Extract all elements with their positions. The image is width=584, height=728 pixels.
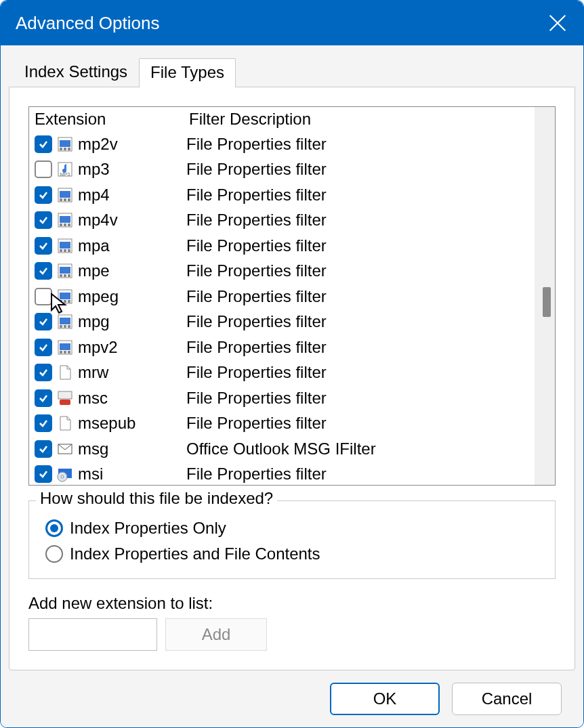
svg-rect-14 (60, 223, 62, 226)
filter-text: File Properties filter (186, 211, 555, 230)
svg-rect-26 (68, 274, 70, 277)
filter-text: File Properties filter (186, 312, 555, 331)
file-type-icon (56, 440, 74, 458)
tab-file-types[interactable]: File Types (139, 58, 236, 87)
svg-rect-30 (64, 300, 66, 303)
svg-rect-28 (60, 293, 70, 299)
svg-rect-1 (60, 140, 70, 147)
svg-rect-11 (68, 198, 70, 201)
svg-rect-33 (60, 318, 70, 324)
svg-rect-25 (64, 274, 66, 277)
table-row[interactable]: mp4vFile Properties filter (29, 208, 555, 234)
extension-text: mrw (78, 363, 186, 382)
svg-rect-24 (60, 274, 62, 277)
add-extension-label: Add new extension to list: (28, 594, 556, 613)
radio-properties-and-contents[interactable]: Index Properties and File Contents (45, 544, 543, 563)
filter-text: File Properties filter (186, 465, 555, 484)
extension-text: mp4v (78, 211, 186, 230)
file-type-icon (56, 465, 74, 483)
table-row[interactable]: mpeFile Properties filter (29, 259, 555, 284)
table-row[interactable]: mp2vFile Properties filter (29, 131, 555, 157)
svg-rect-35 (64, 325, 66, 328)
svg-rect-9 (60, 198, 62, 201)
dialog-footer: OK Cancel (9, 670, 575, 727)
file-type-icon (56, 135, 74, 153)
table-row[interactable]: mpegFile Properties filter (29, 284, 555, 309)
checkbox[interactable] (35, 389, 52, 407)
radio-label: Index Properties and File Contents (70, 544, 320, 563)
svg-rect-4 (68, 148, 70, 150)
list-rows: mp2vFile Properties filterMP3mp3File Pro… (29, 131, 555, 485)
new-extension-input[interactable] (28, 618, 157, 651)
column-header-extension[interactable]: Extension (35, 110, 189, 129)
tab-index-settings[interactable]: Index Settings (13, 58, 139, 87)
checkbox[interactable] (35, 211, 52, 229)
table-row[interactable]: MP3mp3File Properties filter (29, 157, 555, 183)
radio-properties-only[interactable]: Index Properties Only (45, 519, 543, 538)
svg-text:MP3: MP3 (60, 172, 70, 177)
checkbox[interactable] (35, 160, 52, 178)
file-type-icon (56, 211, 74, 229)
filter-text: File Properties filter (186, 389, 555, 408)
svg-rect-40 (64, 351, 66, 354)
svg-rect-31 (68, 300, 70, 303)
checkbox[interactable] (35, 288, 52, 305)
cancel-button[interactable]: Cancel (452, 683, 562, 715)
extension-text: msg (78, 440, 186, 458)
radio-icon (45, 545, 63, 563)
svg-rect-41 (68, 351, 70, 354)
tab-panel: Extension Filter Description mp2vFile Pr… (9, 87, 575, 670)
close-icon[interactable] (547, 12, 568, 34)
extension-text: msepub (78, 414, 186, 433)
checkbox[interactable] (35, 313, 52, 330)
add-button[interactable]: Add (165, 618, 267, 651)
table-row[interactable]: msepubFile Properties filter (29, 411, 555, 437)
table-row[interactable]: mpv2File Properties filter (29, 335, 555, 360)
checkbox[interactable] (35, 186, 52, 204)
checkbox[interactable] (35, 364, 52, 381)
table-row[interactable]: mscFile Properties filter (29, 385, 555, 411)
filter-text: File Properties filter (186, 160, 555, 179)
checkbox[interactable] (35, 465, 52, 483)
table-row[interactable]: mp4File Properties filter (29, 182, 555, 208)
radio-icon (45, 519, 63, 537)
add-extension-section: Add new extension to list: Add (28, 594, 556, 651)
file-type-icon (56, 414, 74, 432)
checkbox[interactable] (35, 237, 52, 255)
index-mode-group: How should this file be indexed? Index P… (28, 500, 556, 579)
svg-rect-18 (60, 242, 70, 249)
table-row[interactable]: msiFile Properties filter (29, 462, 555, 486)
column-header-filter[interactable]: Filter Description (189, 110, 555, 129)
filter-text: File Properties filter (186, 363, 555, 382)
checkbox[interactable] (35, 440, 52, 458)
scrollbar-thumb[interactable] (543, 287, 551, 317)
table-row[interactable]: mpaFile Properties filter (29, 233, 555, 259)
svg-rect-8 (60, 191, 70, 198)
svg-rect-42 (58, 391, 72, 399)
extension-text: msi (78, 465, 186, 484)
table-row[interactable]: mpgFile Properties filter (29, 309, 555, 335)
checkbox[interactable] (35, 135, 52, 153)
table-row[interactable]: msgOffice Outlook MSG IFilter (29, 436, 555, 462)
checkbox[interactable] (35, 414, 52, 432)
group-legend: How should this file be indexed? (36, 489, 277, 508)
scrollbar[interactable] (535, 107, 555, 485)
checkbox[interactable] (35, 262, 52, 280)
titlebar: Advanced Options (1, 1, 583, 45)
svg-rect-20 (64, 249, 66, 252)
extension-text: mp3 (78, 160, 186, 179)
window-title: Advanced Options (16, 13, 547, 34)
extension-text: msc (78, 389, 186, 408)
ok-button[interactable]: OK (330, 683, 440, 715)
svg-rect-16 (68, 223, 70, 226)
checkbox[interactable] (35, 339, 52, 356)
svg-rect-19 (60, 249, 62, 252)
list-header: Extension Filter Description (29, 107, 555, 131)
svg-rect-13 (60, 216, 70, 223)
svg-rect-3 (64, 148, 66, 150)
file-type-icon (56, 237, 74, 255)
filter-text: File Properties filter (186, 186, 555, 205)
file-type-icon (56, 186, 74, 204)
table-row[interactable]: mrwFile Properties filter (29, 360, 555, 386)
tab-strip: Index Settings File Types (13, 58, 575, 87)
